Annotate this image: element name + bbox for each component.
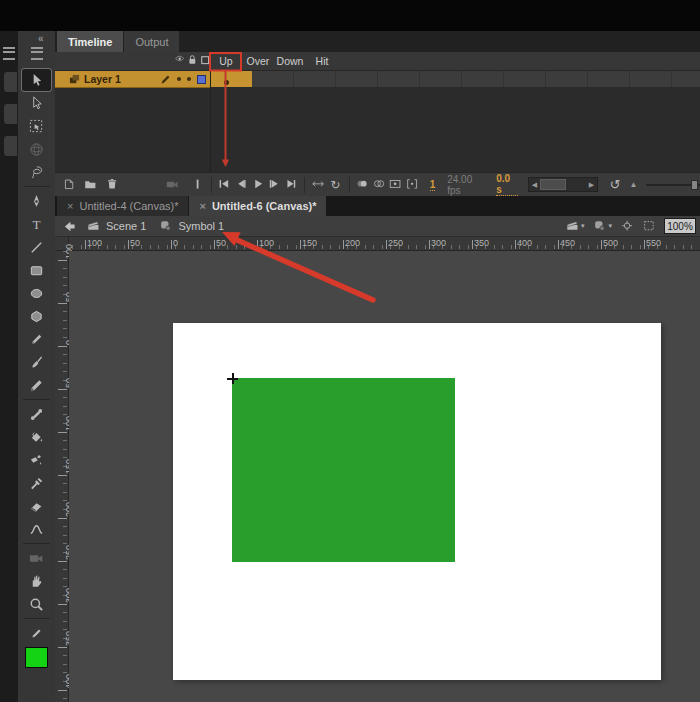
close-tab-icon[interactable]: ×	[199, 200, 205, 212]
clip-content-button[interactable]	[643, 220, 656, 233]
timeline-frames-strip[interactable]	[210, 71, 700, 88]
center-stage-button[interactable]	[621, 220, 634, 233]
collapsed-panel-dock[interactable]	[0, 31, 19, 702]
center-frame-button[interactable]	[310, 176, 327, 193]
document-tab[interactable]: ×Untitled-4 (Canvas)*	[57, 196, 188, 216]
scroll-right-icon[interactable]: ▶	[586, 178, 597, 191]
brush-tool[interactable]	[22, 351, 51, 373]
edit-symbol-button[interactable]	[593, 220, 607, 233]
free-transform-tool[interactable]	[22, 115, 51, 137]
width-tool[interactable]	[22, 518, 51, 540]
pen-tool[interactable]	[22, 190, 51, 212]
layer-visibility-dot[interactable]	[177, 77, 181, 81]
text-icon: T	[29, 217, 44, 232]
collapse-panels-button[interactable]: «	[38, 33, 43, 44]
back-arrow-icon[interactable]	[63, 220, 76, 233]
symbol-breadcrumb[interactable]: Symbol 1	[178, 220, 224, 232]
layer-name[interactable]: Layer 1	[84, 73, 121, 85]
current-frame-number[interactable]: 1	[430, 179, 436, 191]
green-rectangle-shape[interactable]	[232, 378, 455, 562]
tools-panel-menu-icon[interactable]	[31, 47, 43, 60]
line-tool[interactable]	[22, 236, 51, 258]
stroke-color-tool[interactable]	[22, 622, 51, 644]
bone-tool[interactable]	[22, 403, 51, 425]
h-ruler-label: 450	[560, 238, 575, 248]
oval-tool[interactable]	[22, 282, 51, 304]
frame-label-up[interactable]: Up	[219, 55, 232, 67]
selected-frame-cell[interactable]	[210, 71, 252, 87]
lock-unlock-all-layers-icon[interactable]	[187, 54, 198, 66]
dock-panel-tab[interactable]	[4, 72, 17, 92]
frame-rate-value[interactable]: 24.00 fps	[447, 174, 487, 196]
h-ruler-tick	[85, 240, 86, 249]
play-button[interactable]	[250, 176, 267, 193]
eyedropper-tool[interactable]	[22, 472, 51, 494]
onion-skin-outlines-button[interactable]	[371, 176, 388, 193]
collapse-timeline-icon[interactable]: ▲	[630, 180, 638, 189]
paint-bucket-tool[interactable]	[22, 426, 51, 448]
edit-multiple-frames-button[interactable]	[388, 176, 405, 193]
polystar-tool[interactable]	[22, 305, 51, 327]
zoom-tool[interactable]	[22, 593, 51, 615]
go-to-first-frame-button[interactable]	[217, 176, 234, 193]
stage-zoom-level[interactable]: 100%	[664, 218, 696, 234]
tools-list: T	[18, 69, 55, 644]
step-forward-button[interactable]	[266, 176, 283, 193]
elapsed-time-value[interactable]: 0.0 s	[496, 173, 518, 196]
timeline-scrollbar[interactable]: ◀ ▶	[528, 177, 598, 192]
svg-text:T: T	[32, 217, 40, 232]
h-ruler-label: 150	[302, 238, 317, 248]
layer-lock-dot[interactable]	[187, 77, 191, 81]
pasteboard-button[interactable]	[189, 176, 206, 193]
fill-color-swatch[interactable]	[25, 647, 48, 668]
delete-layer-button[interactable]	[104, 176, 121, 193]
eraser-tool[interactable]	[22, 495, 51, 517]
dock-panel-tab[interactable]	[4, 104, 17, 124]
modify-markers-button[interactable]	[404, 176, 421, 193]
scrollbar-thumb[interactable]	[540, 179, 566, 190]
close-tab-icon[interactable]: ×	[67, 200, 73, 212]
dock-panel-tab[interactable]	[4, 136, 17, 156]
rectangle-tool[interactable]	[22, 259, 51, 281]
timeline-tab-timeline[interactable]: Timeline	[57, 31, 123, 52]
zoom-slider-thumb[interactable]	[691, 180, 698, 190]
layer-outline-color-swatch[interactable]	[197, 75, 206, 84]
stage-canvas[interactable]	[173, 323, 661, 680]
hand-tool[interactable]	[22, 570, 51, 592]
layer-item[interactable]: Layer 1	[55, 71, 210, 88]
scene-breadcrumb[interactable]: Scene 1	[106, 220, 146, 232]
camera-button[interactable]	[165, 176, 182, 193]
h-ruler-label: 250	[388, 238, 403, 248]
show-hide-all-layers-icon[interactable]	[174, 55, 186, 65]
pencil-tool[interactable]	[22, 328, 51, 350]
step-back-button[interactable]	[233, 176, 250, 193]
selection-tool[interactable]	[22, 69, 51, 91]
3d-rotation-tool[interactable]	[22, 138, 51, 160]
camera-tool[interactable]	[22, 547, 51, 569]
onion-skin-button[interactable]	[354, 176, 371, 193]
timeline-column-divider[interactable]	[210, 52, 211, 172]
h-ruler-tick	[343, 240, 344, 249]
reset-undo-icon[interactable]: ↺	[607, 176, 624, 193]
dock-menu-icon[interactable]	[3, 47, 15, 60]
paint-brush-tool[interactable]	[22, 374, 51, 396]
timeline-zoom-slider[interactable]	[646, 178, 700, 192]
window-top-bar	[0, 0, 700, 31]
subselection-tool[interactable]	[22, 92, 51, 114]
pasteboard[interactable]	[69, 251, 700, 702]
frame-label-over[interactable]: Over	[247, 55, 270, 67]
new-folder-button[interactable]	[83, 176, 100, 193]
edit-scene-button[interactable]	[566, 220, 580, 233]
frame-label-down[interactable]: Down	[277, 55, 304, 67]
go-to-last-frame-button[interactable]	[283, 176, 300, 193]
subselection-icon	[29, 96, 44, 111]
document-tab[interactable]: ×Untitled-6 (Canvas)*	[189, 196, 326, 216]
ink-bottle-tool[interactable]	[22, 449, 51, 471]
scroll-left-icon[interactable]: ◀	[529, 178, 540, 191]
lasso-tool[interactable]	[22, 161, 51, 183]
text-tool[interactable]: T	[22, 213, 51, 235]
timeline-tab-output[interactable]: Output	[124, 31, 179, 52]
frame-label-hit[interactable]: Hit	[316, 55, 329, 67]
new-layer-button[interactable]	[61, 176, 78, 193]
loop-button[interactable]: ↻	[327, 176, 344, 193]
